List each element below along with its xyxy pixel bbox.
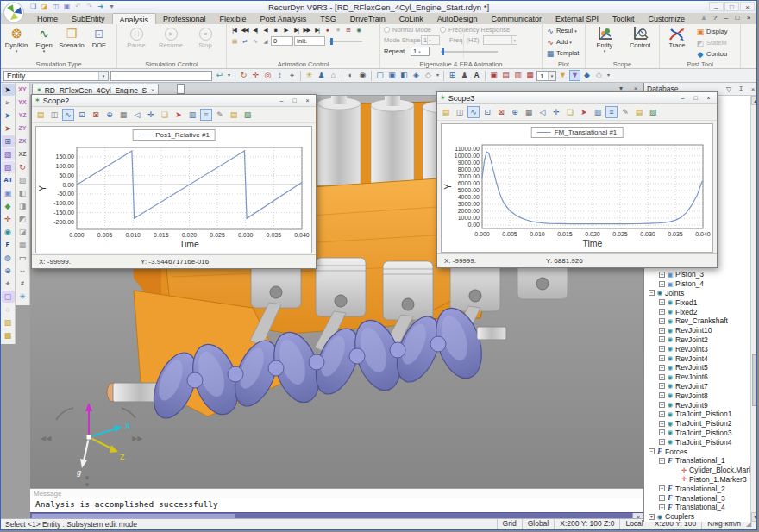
menu-tab-communicator[interactable]: Communicator [484, 13, 549, 24]
tree-item-fixed2[interactable]: +◉Fixed2 [645, 307, 750, 316]
frequency-response-radio[interactable] [440, 27, 446, 33]
entity-name-input[interactable] [110, 71, 212, 81]
stop-animation-icon[interactable]: ■ [271, 26, 280, 34]
show-box-icon[interactable]: ▢ [2, 291, 15, 303]
plot-resul-button[interactable]: ∿Resul▾ [543, 25, 585, 36]
normal-mode-radio[interactable] [384, 27, 390, 33]
scope-close[interactable]: × [703, 93, 714, 103]
export-data-icon[interactable]: ❏ [564, 106, 576, 118]
select-minus-icon[interactable]: ➤ [2, 122, 15, 135]
crosshair-icon[interactable]: ✛ [550, 106, 562, 118]
tree-item-piston-4[interactable]: +▣Piston_4 [645, 279, 750, 289]
help-icon[interactable]: ? [711, 14, 719, 22]
scope-entity-button[interactable]: Entity ▾ [587, 26, 622, 53]
filter-marker-icon[interactable]: ✛ [2, 213, 15, 225]
step-forward-icon[interactable]: ▶| [292, 26, 301, 34]
tree-item-revjoint2[interactable]: +◉RevJoint2 [645, 335, 750, 345]
shade-half-icon[interactable]: ◐ [345, 70, 356, 81]
doc-minimize-icon[interactable]: – [722, 14, 731, 22]
select-icon[interactable]: ➤ [2, 84, 15, 96]
tree-expander[interactable]: + [659, 318, 665, 324]
plot-add-button[interactable]: ∿Add▾ [543, 36, 585, 47]
plot-legend[interactable]: FM_Translational #1 [531, 127, 624, 138]
tree-item-piston-1-marker3[interactable]: ✛Piston_1.Marker3 [645, 475, 750, 485]
export-data-icon[interactable]: ❏ [159, 109, 171, 121]
tree-item-trajoint-pistion4[interactable]: +◉TraJoint_Pistion4 [645, 437, 750, 447]
tree-expander[interactable]: + [659, 328, 665, 334]
edit-curve-icon[interactable]: ✎ [214, 109, 226, 121]
trace-button[interactable]: Trace [662, 26, 693, 59]
doc-close-icon[interactable]: × [744, 14, 753, 22]
redo-icon[interactable]: ↷ [85, 2, 94, 12]
fast-forward-icon[interactable]: ▶▶ [302, 26, 311, 34]
dolly-view-icon[interactable]: ↕ [274, 70, 285, 81]
prev-view-icon[interactable]: ◁ [536, 106, 549, 118]
grid-settings-icon[interactable]: ▦ [523, 106, 535, 118]
menu-tab-post-analysis[interactable]: Post Analysis [254, 13, 314, 24]
tree-item-piston-3[interactable]: +▣Piston_3 [645, 270, 750, 279]
plot-legend[interactable]: Pos1_Relative #1 [132, 129, 216, 141]
chart-options-icon[interactable]: ▧ [647, 106, 659, 118]
render-sphere-icon[interactable]: ◉ [354, 26, 363, 34]
new-document-icon[interactable] [177, 84, 185, 94]
select-plus-icon[interactable]: ➤ [2, 110, 15, 122]
menu-tab-tsg[interactable]: TSG [313, 13, 343, 24]
scope-maximize[interactable]: □ [289, 96, 300, 105]
filter-joint-icon[interactable]: ◉ [2, 226, 15, 238]
tree-expander[interactable]: + [659, 439, 665, 445]
plot-templat-button[interactable]: ▦Templat [543, 47, 585, 59]
zoom-in-icon[interactable]: ⊕ [104, 109, 116, 121]
tree-expander[interactable]: + [659, 309, 665, 315]
window-minimize[interactable]: – [709, 2, 724, 11]
spin-view-icon[interactable]: ↻ [238, 70, 249, 81]
pan-view-icon[interactable]: ✛ [250, 70, 261, 81]
zoom-window-icon[interactable]: ⊡ [76, 109, 88, 121]
solid-view-icon[interactable]: ▧ [2, 316, 15, 329]
draw-curves-icon[interactable]: ∿ [62, 109, 74, 121]
filter-flex-icon[interactable]: ✦ [2, 278, 15, 290]
ghost-cube-icon[interactable]: ◈ [411, 70, 422, 81]
view-iso-4-icon[interactable]: ◩ [16, 213, 29, 225]
view-iso-1-icon[interactable]: ▧ [16, 174, 29, 186]
scrollbar-thumb[interactable] [752, 354, 757, 406]
filter-surface-icon[interactable]: ◆ [2, 200, 15, 212]
statem-button[interactable]: ◩StateM [693, 37, 728, 48]
entity-selector[interactable]: Entity▾ [3, 71, 109, 81]
contou-button[interactable]: ◆Contou [693, 48, 728, 59]
edit-curve-icon[interactable]: ✎ [619, 106, 631, 118]
tree-item-revjoint4[interactable]: +◉RevJoint4 [645, 354, 750, 363]
anim-path-icon[interactable]: ∿ [250, 37, 260, 46]
statistics-icon[interactable]: ▥ [186, 109, 198, 121]
scope-maximize[interactable]: □ [690, 93, 701, 103]
wire-grid[interactable]: # [16, 278, 29, 290]
view-nav-chevrons[interactable]: ◀◀ ▶▶ ▼ ▼ [41, 435, 143, 488]
window-close[interactable]: × [740, 2, 755, 11]
tree-item-couplers[interactable]: +◉Couplers [645, 512, 750, 522]
scope-minimize[interactable]: – [677, 93, 688, 103]
view-iso-3-icon[interactable]: ◨ [16, 200, 29, 212]
step-backward-icon[interactable]: ◀| [250, 26, 260, 34]
render-mode-icon[interactable]: ✳ [304, 70, 315, 81]
copy-plot-icon[interactable]: ◫ [48, 109, 60, 121]
grid-toggle-icon[interactable]: ⊞ [447, 70, 458, 81]
fit-window-icon[interactable]: ⇔ [16, 265, 29, 277]
play-backward-icon[interactable]: ◀ [260, 26, 270, 34]
select-box-icon[interactable]: ⊞ [2, 135, 15, 147]
menu-tab-subentity[interactable]: SubEntity [65, 13, 112, 24]
new-model-icon[interactable]: ❏ [28, 2, 38, 12]
mesh-cube-1-icon[interactable]: ▣ [488, 70, 499, 81]
scope-close[interactable]: × [302, 96, 313, 105]
crosshair-icon[interactable]: ✛ [145, 109, 157, 121]
scope-chart[interactable]: 11000.0010000.009000.008000.007000.00600… [442, 141, 712, 251]
menu-tab-drivetrain[interactable]: DriveTrain [343, 13, 392, 24]
tree-expander[interactable]: + [659, 392, 665, 398]
resume-button[interactable]: ▶Resume [154, 26, 188, 49]
window-maximize[interactable]: □ [724, 2, 739, 11]
tree-item-revjoint5[interactable]: +◉RevJoint5 [645, 363, 750, 372]
text-labels[interactable]: A [471, 70, 482, 81]
layer-combo[interactable]: 1▾ [536, 71, 556, 81]
tree-item-translational-3[interactable]: +FTranslational_3 [645, 493, 750, 503]
more-2-icon[interactable]: ▾ [435, 70, 441, 81]
scope-title-bar[interactable]: ✶ Scope3 –□× [437, 92, 717, 104]
diamond-gray-icon[interactable]: ◇ [593, 70, 605, 81]
